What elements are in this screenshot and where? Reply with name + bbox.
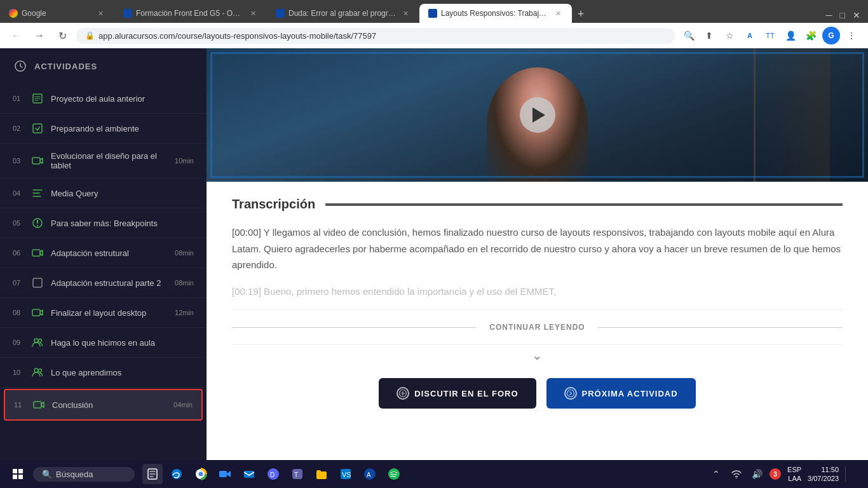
activity-name-3: Evolucionar el diseño para el tablet: [51, 151, 168, 170]
activity-item-1[interactable]: 01 Proyecto del aula anterior: [0, 84, 207, 114]
transcription-text: [00:00] Y llegamos al video de conclusió…: [232, 224, 843, 299]
svg-rect-16: [18, 469, 23, 473]
taskbar-app-discord[interactable]: D: [263, 464, 283, 484]
search-button[interactable]: 🔍: [680, 27, 698, 44]
taskbar-time: 11:50 3/07/2023: [808, 465, 839, 484]
show-desktop-button[interactable]: [845, 466, 860, 482]
transcription-header: Transcripción: [232, 197, 843, 212]
tab-close-alura1[interactable]: ✕: [248, 8, 258, 18]
taskbar-app-spotify[interactable]: [384, 464, 404, 484]
maximize-button[interactable]: □: [837, 8, 848, 23]
profile-button[interactable]: G: [822, 27, 840, 44]
activity-item-11[interactable]: 11 Conclusión 04min: [4, 389, 203, 421]
new-tab-button[interactable]: +: [572, 5, 590, 23]
taskbar-app-chrome[interactable]: [191, 464, 211, 484]
extension-alura[interactable]: A: [741, 27, 759, 44]
forward-button[interactable]: →: [31, 27, 48, 44]
chevron-down-icon[interactable]: ⌄: [232, 345, 843, 365]
activity-item-4[interactable]: 04 Media Query: [0, 179, 207, 208]
continuar-section: CONTINUAR LEYENDO ⌄: [232, 309, 843, 365]
taskbar-apps: D T VS A: [142, 464, 404, 484]
content-body: Transcripción [00:00] Y llegamos al vide…: [207, 182, 868, 437]
activity-icon-4: [31, 186, 44, 200]
close-button[interactable]: ✕: [850, 8, 863, 23]
taskbar-sound-icon[interactable]: 🔊: [749, 466, 764, 482]
taskbar-app-teams[interactable]: T: [287, 464, 308, 484]
activity-duration-11: 04min: [173, 401, 193, 409]
notification-badge[interactable]: 3: [770, 468, 781, 480]
svg-point-11: [39, 369, 42, 372]
activity-icon-8: [31, 306, 44, 320]
tab-close-google[interactable]: ✕: [95, 8, 105, 18]
action-buttons: DISCUTIR EN EL FORO PRÓXIMA ACTIVIDAD: [232, 365, 843, 421]
activity-name-1: Proyecto del aula anterior: [51, 94, 187, 104]
tab-label-alura2: Duda: Error al grabar el progreso: [288, 9, 397, 18]
start-button[interactable]: [8, 464, 28, 484]
next-activity-button[interactable]: PRÓXIMA ACTIVIDAD: [546, 378, 696, 409]
activity-number-11: 11: [14, 401, 25, 409]
activity-item-3[interactable]: 03 Evolucionar el diseño para el tablet …: [0, 144, 207, 179]
taskbar-app-explorer[interactable]: [311, 464, 332, 484]
taskbar-app-mail[interactable]: [239, 464, 259, 484]
activity-icon-1: [31, 92, 44, 105]
activity-item-8[interactable]: 08 Finalizar el layout desktop 12min: [0, 298, 207, 328]
tab-label-google: Google: [22, 9, 92, 18]
taskbar-app-vscode[interactable]: VS: [336, 464, 356, 484]
svg-rect-18: [18, 475, 23, 479]
taskbar-app-edge[interactable]: [166, 464, 187, 484]
activity-item-7[interactable]: 07 Adaptación estructural parte 2 08min: [0, 268, 207, 298]
extensions-button[interactable]: 🧩: [802, 27, 820, 44]
activities-title: ACTIVIDADES: [34, 62, 97, 71]
activity-duration-6: 08min: [175, 249, 194, 257]
tab-close-alura2[interactable]: ✕: [400, 8, 410, 18]
minimize-button[interactable]: ─: [824, 8, 835, 23]
sidebar-header: ACTIVIDADES: [0, 48, 207, 84]
activity-name-7: Adaptación estructural parte 2: [51, 278, 168, 288]
tab-bar: Google ✕ Formación Front End G5 - ONE | …: [0, 0, 868, 23]
play-triangle-icon: [532, 107, 545, 123]
taskbar-network-icon[interactable]: [729, 466, 744, 482]
activity-item-2[interactable]: 02 Preparando el ambiente: [0, 114, 207, 144]
translate-button[interactable]: TT: [761, 27, 779, 44]
browser-chrome: Google ✕ Formación Front End G5 - ONE | …: [0, 0, 868, 48]
address-bar: ← → ↻ 🔒 app.aluracursos.com/course/layou…: [0, 23, 868, 48]
activity-item-9[interactable]: 09 Haga lo que hicimos en aula: [0, 328, 207, 358]
tab-alura3[interactable]: Layouts Responsivos: Trabajando... ✕: [419, 4, 572, 23]
activity-name-6: Adaptación estrutural: [51, 248, 168, 258]
back-button[interactable]: ←: [8, 27, 25, 44]
svg-point-10: [34, 369, 38, 372]
continuar-line-right: [598, 327, 843, 328]
taskbar-app-files[interactable]: [142, 464, 163, 484]
tab-close-alura3[interactable]: ✕: [553, 8, 563, 18]
activities-icon: [13, 58, 28, 74]
taskbar-arrow-icon[interactable]: ⌃: [709, 466, 724, 482]
transcription-divider: [325, 203, 843, 206]
taskbar-app-alura[interactable]: A: [360, 464, 380, 484]
sidebar: ACTIVIDADES 01 Proyecto del aula anterio…: [0, 48, 207, 460]
avatar-icon[interactable]: 👤: [782, 27, 799, 44]
activity-item-6[interactable]: 06 Adaptación estrutural 08min: [0, 238, 207, 268]
activity-item-10[interactable]: 10 Lo que aprendimos: [0, 358, 207, 388]
tab-label-alura1: Formación Front End G5 - ONE |: [136, 9, 244, 18]
svg-rect-7: [32, 309, 40, 316]
taskbar-app-zoom[interactable]: [215, 464, 235, 484]
activity-icon-5: [31, 216, 44, 230]
forum-button[interactable]: DISCUTIR EN EL FORO: [379, 378, 536, 409]
share-button[interactable]: ⬆: [700, 27, 718, 44]
activity-name-5: Para saber más: Breakpoints: [51, 219, 187, 228]
activity-number-5: 05: [13, 219, 24, 227]
svg-point-9: [39, 339, 42, 342]
activity-item-5[interactable]: 05 Para saber más: Breakpoints: [0, 208, 207, 238]
menu-button[interactable]: ⋮: [843, 27, 860, 44]
svg-point-14: [567, 390, 574, 397]
video-play-button[interactable]: [520, 97, 555, 133]
tab-google[interactable]: Google ✕: [0, 4, 114, 23]
continuar-line-left: [232, 327, 477, 328]
url-bar[interactable]: 🔒 app.aluracursos.com/course/layouts-res…: [76, 28, 675, 44]
refresh-button[interactable]: ↻: [53, 27, 71, 44]
bookmark-button[interactable]: ☆: [721, 27, 738, 44]
next-icon: [564, 387, 577, 400]
tab-alura1[interactable]: Formación Front End G5 - ONE | ✕: [114, 4, 267, 23]
tab-alura2[interactable]: Duda: Error al grabar el progreso ✕: [267, 4, 419, 23]
taskbar-search[interactable]: 🔍 Búsqueda: [33, 467, 135, 482]
